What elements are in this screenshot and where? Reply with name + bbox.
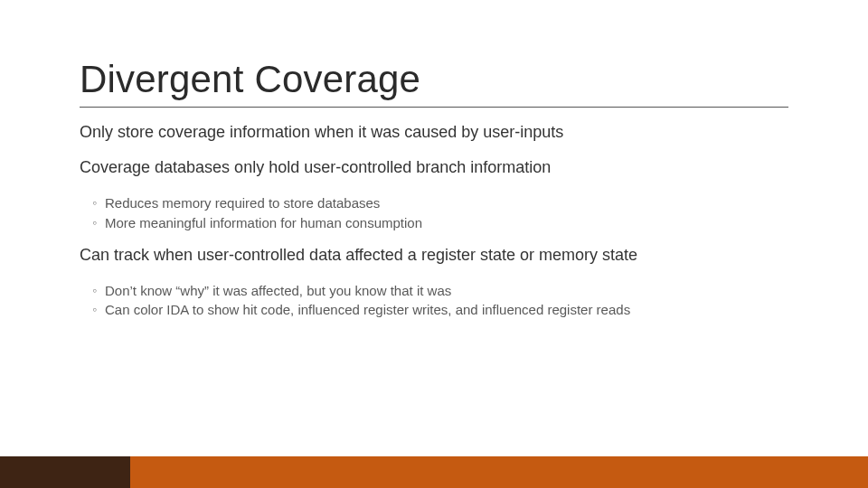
sub-list-2: Reduces memory required to store databas… bbox=[80, 193, 788, 233]
slide: Divergent Coverage Only store coverage i… bbox=[0, 0, 868, 488]
title-underline bbox=[80, 107, 788, 108]
sub-list-3: Don’t know “why” it was affected, but yo… bbox=[80, 281, 788, 321]
slide-title: Divergent Coverage bbox=[80, 58, 788, 101]
list-item: More meaningful information for human co… bbox=[92, 213, 788, 233]
list-item: Can color IDA to show hit code, influenc… bbox=[92, 300, 788, 320]
lead-text-1: Only store coverage information when it … bbox=[80, 122, 788, 143]
list-item: Don’t know “why” it was affected, but yo… bbox=[92, 281, 788, 301]
list-item: Reduces memory required to store databas… bbox=[92, 193, 788, 213]
bar-segment-dark bbox=[0, 456, 130, 488]
bar-segment-orange bbox=[130, 456, 868, 488]
lead-text-3: Can track when user-controlled data affe… bbox=[80, 245, 788, 266]
slide-content: Divergent Coverage Only store coverage i… bbox=[0, 0, 868, 320]
lead-text-2: Coverage databases only hold user-contro… bbox=[80, 157, 788, 178]
decorative-bottom-bar bbox=[0, 456, 868, 488]
